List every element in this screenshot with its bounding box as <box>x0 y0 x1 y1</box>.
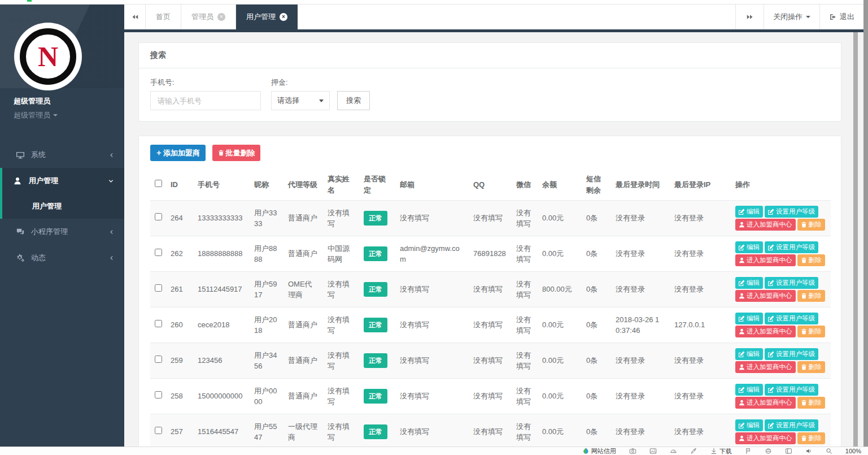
delete-button[interactable]: 删除 <box>797 397 825 409</box>
set-user-level-button[interactable]: 设置用户等级 <box>765 384 818 396</box>
page-scrollbar[interactable] <box>853 32 858 447</box>
cell-qq: 没有填写 <box>469 343 512 379</box>
close-tab-icon[interactable]: × <box>280 13 287 21</box>
cell-id: 261 <box>166 272 193 307</box>
volume-button[interactable] <box>805 448 813 454</box>
batch-delete-button[interactable]: 批量删除 <box>212 145 260 161</box>
plus-icon <box>156 150 162 156</box>
browser-scrollbar[interactable] <box>863 0 868 447</box>
enter-franchisee-center-button[interactable]: 进入加盟商中心 <box>735 361 796 373</box>
sidebar-item-dynamic[interactable]: 动态 <box>0 245 124 271</box>
cell-phone: 13333333333 <box>193 201 250 236</box>
user-icon <box>739 364 745 370</box>
search-button[interactable]: 搜索 <box>337 91 370 110</box>
deposit-select[interactable]: 请选择 <box>271 91 330 110</box>
browser-statusbar: 网站信用 下载 <box>0 447 868 455</box>
set-user-level-button[interactable]: 设置用户等级 <box>765 419 818 431</box>
site-credit-indicator[interactable]: 网站信用 <box>583 447 616 455</box>
tabs-spacer <box>298 5 735 29</box>
screenshot-button[interactable] <box>629 448 636 454</box>
proxy-button[interactable] <box>765 448 772 454</box>
edit-button[interactable]: 编辑 <box>735 348 763 360</box>
edit-button[interactable]: 编辑 <box>735 419 763 431</box>
sidebar-toggle-button[interactable] <box>785 448 792 454</box>
cell-login_ip: 127.0.0.1 <box>670 307 731 343</box>
flag-button[interactable] <box>745 448 752 454</box>
column-header: 操作 <box>731 169 831 201</box>
edit-icon <box>739 209 745 215</box>
search-panel: 搜索 手机号: 押金: 请选择 搜索 <box>138 42 841 122</box>
tabs-scroll-right-button[interactable] <box>735 5 764 29</box>
zoom-level[interactable]: 100% <box>845 448 861 454</box>
cell-wechat: 没有填写 <box>512 307 538 343</box>
enter-franchisee-center-button[interactable]: 进入加盟商中心 <box>735 254 796 266</box>
enter-franchisee-center-button[interactable]: 进入加盟商中心 <box>735 219 796 231</box>
cell-login_time: 没有登录 <box>611 272 670 307</box>
row-checkbox[interactable] <box>155 284 162 292</box>
edit-icon <box>768 387 774 393</box>
profile-role-dropdown[interactable]: 超级管理员 <box>14 110 124 120</box>
delete-button[interactable]: 删除 <box>797 254 825 266</box>
delete-button[interactable]: 删除 <box>797 432 825 444</box>
tabs-scroll-left-button[interactable] <box>124 5 146 29</box>
add-franchisee-button[interactable]: 添加加盟商 <box>150 145 206 161</box>
download-button[interactable]: 下载 <box>710 447 732 455</box>
phone-input[interactable] <box>150 91 261 110</box>
set-user-level-button[interactable]: 设置用户等级 <box>765 206 818 218</box>
sidebar-item-miniprogram[interactable]: 小程序管理 <box>0 219 124 245</box>
cell-qq: 没有填写 <box>469 272 512 307</box>
tab-home[interactable]: 首页 <box>146 5 181 29</box>
phone-label: 手机号: <box>150 77 261 88</box>
enter-franchisee-center-button[interactable]: 进入加盟商中心 <box>735 397 796 409</box>
zoom-button[interactable] <box>826 448 832 454</box>
user-icon <box>739 293 745 299</box>
logout-button[interactable]: 退出 <box>819 5 863 29</box>
sidebar-subitem-user-mgmt[interactable]: 用户管理 <box>2 194 124 219</box>
edit-button[interactable]: 编辑 <box>735 206 763 218</box>
media-button[interactable] <box>649 448 657 454</box>
gauge-icon <box>670 448 677 454</box>
sidebar-item-user-mgmt[interactable]: 用户管理 <box>2 168 124 194</box>
delete-button[interactable]: 删除 <box>797 219 825 231</box>
deposit-label: 押金: <box>271 77 330 88</box>
user-icon <box>739 328 745 335</box>
edit-icon <box>768 422 774 428</box>
sidebar-item-system[interactable]: 系统 <box>0 142 124 168</box>
edit-button[interactable]: 编辑 <box>735 384 763 396</box>
row-checkbox[interactable] <box>155 391 162 398</box>
enter-franchisee-center-button[interactable]: 进入加盟商中心 <box>735 432 796 444</box>
tab-admin[interactable]: 管理员 × <box>181 5 236 29</box>
delete-button[interactable]: 删除 <box>797 361 825 373</box>
tab-user-mgmt[interactable]: 用户管理 × <box>236 5 298 29</box>
cell-login_ip: 没有登录 <box>670 343 731 379</box>
row-checkbox[interactable] <box>155 249 162 256</box>
set-user-level-button[interactable]: 设置用户等级 <box>765 348 818 360</box>
set-user-level-button[interactable]: 设置用户等级 <box>765 241 818 253</box>
enter-franchisee-center-button[interactable]: 进入加盟商中心 <box>735 290 796 302</box>
delete-button[interactable]: 删除 <box>797 290 825 302</box>
edit-icon <box>768 351 774 357</box>
caret-down-icon <box>319 99 324 102</box>
select-all-checkbox[interactable] <box>155 180 162 187</box>
trash-icon <box>801 222 807 228</box>
row-checkbox[interactable] <box>155 320 162 327</box>
chevron-left-icon <box>109 229 114 235</box>
row-checkbox[interactable] <box>155 213 162 220</box>
boost-button[interactable] <box>690 448 697 454</box>
edit-icon <box>768 209 774 215</box>
row-checkbox[interactable] <box>155 356 162 363</box>
close-tab-icon[interactable]: × <box>217 13 225 21</box>
row-checkbox[interactable] <box>155 427 162 434</box>
cell-id: 258 <box>166 379 193 414</box>
close-operations-dropdown[interactable]: 关闭操作 <box>764 5 819 29</box>
set-user-level-button[interactable]: 设置用户等级 <box>765 313 818 324</box>
caret-down-icon <box>806 16 810 18</box>
edit-button[interactable]: 编辑 <box>735 313 763 324</box>
cell-qq: 没有填写 <box>469 201 512 236</box>
set-user-level-button[interactable]: 设置用户等级 <box>765 277 818 289</box>
edit-button[interactable]: 编辑 <box>735 241 763 253</box>
speed-mode-button[interactable] <box>670 448 677 454</box>
edit-button[interactable]: 编辑 <box>735 277 763 289</box>
delete-button[interactable]: 删除 <box>797 326 825 337</box>
enter-franchisee-center-button[interactable]: 进入加盟商中心 <box>735 326 796 337</box>
